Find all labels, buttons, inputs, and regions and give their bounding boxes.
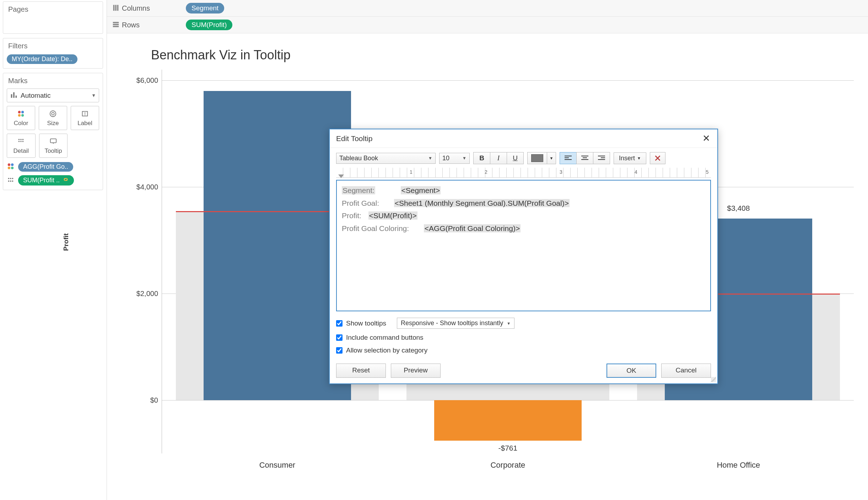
marks-size-label: Size bbox=[47, 120, 59, 127]
editor-field-profit-goal-coloring: <AGG(Profit Goal Coloring)> bbox=[424, 224, 521, 232]
svg-point-20 bbox=[8, 167, 10, 169]
include-command-buttons-checkbox[interactable] bbox=[336, 334, 343, 341]
rows-shelf[interactable]: Rows SUM(Profit) bbox=[107, 17, 868, 33]
align-left-button[interactable] bbox=[560, 152, 577, 164]
tooltip-mode-value: Responsive - Show tooltips instantly bbox=[401, 319, 503, 327]
font-size-select[interactable]: 10 ▼ bbox=[439, 153, 470, 164]
bar-chart-icon bbox=[10, 91, 18, 100]
svg-rect-33 bbox=[113, 26, 119, 27]
svg-point-25 bbox=[8, 181, 10, 182]
editor-label-profit-goal-coloring: Profit Goal Coloring: bbox=[342, 224, 409, 232]
resize-grip-icon[interactable] bbox=[711, 377, 716, 382]
marks-type-select[interactable]: Automatic ▼ bbox=[7, 88, 99, 102]
align-center-button[interactable] bbox=[576, 152, 593, 164]
editor-label-segment: Segment: bbox=[342, 186, 375, 194]
editor-field-profit: <SUM(Profit)> bbox=[368, 211, 417, 220]
font-size-value: 10 bbox=[442, 155, 449, 162]
clear-formatting-button[interactable] bbox=[650, 152, 665, 164]
filters-card: Filters MY(Order Date): De.. bbox=[3, 38, 103, 69]
pages-label: Pages bbox=[3, 2, 103, 16]
font-family-value: Tableau Book bbox=[339, 155, 378, 162]
ok-button[interactable]: OK bbox=[606, 364, 656, 378]
preview-button[interactable]: Preview bbox=[391, 364, 441, 378]
tooltip-icon bbox=[49, 137, 57, 146]
svg-rect-29 bbox=[115, 5, 117, 11]
svg-point-21 bbox=[11, 167, 14, 169]
svg-point-19 bbox=[11, 163, 14, 166]
marks-pill-sum[interactable]: SUM(Profit .. bbox=[18, 175, 74, 186]
svg-rect-0 bbox=[11, 94, 12, 98]
reset-button[interactable]: Reset bbox=[336, 364, 386, 378]
viz-area: Benchmark Viz in Tooltip Profit $0 $2,00… bbox=[107, 33, 868, 500]
indent-marker-icon[interactable] bbox=[338, 174, 344, 178]
svg-rect-1 bbox=[13, 92, 15, 98]
color-indicator-icon bbox=[7, 162, 16, 171]
marks-detail-label: Detail bbox=[14, 147, 29, 155]
marks-tooltip-button[interactable]: Tooltip bbox=[39, 134, 68, 158]
show-tooltips-label: Show tooltips bbox=[346, 319, 386, 327]
svg-rect-32 bbox=[113, 24, 119, 25]
allow-selection-label: Allow selection by category bbox=[346, 346, 427, 354]
columns-pill-segment[interactable]: Segment bbox=[186, 3, 224, 14]
bar-label-corporate: -$761 bbox=[393, 444, 623, 452]
font-color-dropdown[interactable]: ▼ bbox=[547, 152, 556, 164]
svg-point-27 bbox=[12, 181, 14, 182]
filters-label: Filters bbox=[3, 38, 103, 52]
color-swatch-icon bbox=[531, 154, 543, 162]
x-label-homeoffice: Home Office bbox=[623, 461, 854, 470]
svg-point-13 bbox=[22, 139, 24, 140]
italic-button[interactable]: I bbox=[490, 152, 507, 164]
columns-label: Columns bbox=[122, 4, 186, 12]
svg-rect-28 bbox=[113, 5, 115, 11]
marks-pill-agg[interactable]: AGG(Profit Go.. bbox=[18, 162, 73, 172]
y-tick-2000: $2,000 bbox=[136, 289, 158, 297]
svg-point-12 bbox=[20, 139, 22, 140]
marks-size-button[interactable]: Size bbox=[39, 106, 67, 130]
insert-button[interactable]: Insert ▼ bbox=[614, 152, 646, 164]
svg-point-24 bbox=[12, 178, 14, 179]
marks-color-button[interactable]: Color bbox=[7, 106, 35, 130]
caret-down-icon: ▼ bbox=[428, 156, 432, 161]
columns-shelf[interactable]: Columns Segment bbox=[107, 0, 868, 17]
ruler[interactable]: 1 2 3 4 5 bbox=[336, 168, 711, 178]
rows-icon bbox=[112, 21, 122, 29]
columns-icon bbox=[112, 4, 122, 13]
tooltip-editor[interactable]: Segment: <Segment> Profit Goal: <Sheet1 … bbox=[336, 180, 711, 311]
x-label-corporate: Corporate bbox=[393, 461, 623, 470]
dialog-close-button[interactable]: ✕ bbox=[700, 133, 712, 144]
marks-type-label: Automatic bbox=[21, 92, 91, 100]
svg-point-6 bbox=[21, 114, 24, 117]
marks-card: Marks Automatic ▼ Color bbox=[3, 73, 103, 190]
svg-rect-30 bbox=[117, 5, 119, 11]
marks-pill-sum-label: SUM(Profit .. bbox=[23, 177, 60, 184]
allow-selection-checkbox[interactable] bbox=[336, 347, 343, 354]
insert-label: Insert bbox=[619, 155, 635, 162]
show-tooltips-checkbox[interactable] bbox=[336, 320, 343, 327]
marks-label-button[interactable]: T Label bbox=[71, 106, 99, 130]
svg-point-11 bbox=[18, 139, 20, 140]
align-right-button[interactable] bbox=[593, 152, 610, 164]
bold-button[interactable]: B bbox=[473, 152, 490, 164]
rows-pill-sum-profit[interactable]: SUM(Profit) bbox=[186, 20, 232, 30]
label-icon: T bbox=[81, 109, 89, 118]
edit-tooltip-dialog: Edit Tooltip ✕ Tableau Book ▼ 10 ▼ B I bbox=[329, 129, 718, 384]
y-tick-4000: $4,000 bbox=[136, 183, 158, 191]
underline-button[interactable]: U bbox=[507, 152, 524, 164]
include-command-buttons-label: Include command buttons bbox=[346, 334, 424, 342]
svg-point-5 bbox=[18, 114, 21, 117]
size-icon bbox=[49, 109, 57, 118]
tooltip-mode-select[interactable]: Responsive - Show tooltips instantly ▼ bbox=[397, 318, 514, 329]
bar-corporate[interactable] bbox=[434, 400, 582, 441]
font-family-select[interactable]: Tableau Book ▼ bbox=[336, 153, 436, 164]
viz-title[interactable]: Benchmark Viz in Tooltip bbox=[151, 48, 854, 63]
svg-text:T: T bbox=[84, 112, 86, 116]
marks-tooltip-label: Tooltip bbox=[44, 147, 62, 155]
font-color-button[interactable] bbox=[527, 152, 547, 164]
svg-point-14 bbox=[18, 141, 20, 142]
cancel-button[interactable]: Cancel bbox=[661, 364, 711, 378]
filter-pill-order-date[interactable]: MY(Order Date): De.. bbox=[7, 54, 77, 64]
y-axis: $0 $2,000 $4,000 $6,000 bbox=[112, 70, 162, 453]
rows-label: Rows bbox=[122, 21, 186, 29]
marks-detail-button[interactable]: Detail bbox=[7, 134, 36, 158]
svg-point-22 bbox=[8, 178, 10, 179]
